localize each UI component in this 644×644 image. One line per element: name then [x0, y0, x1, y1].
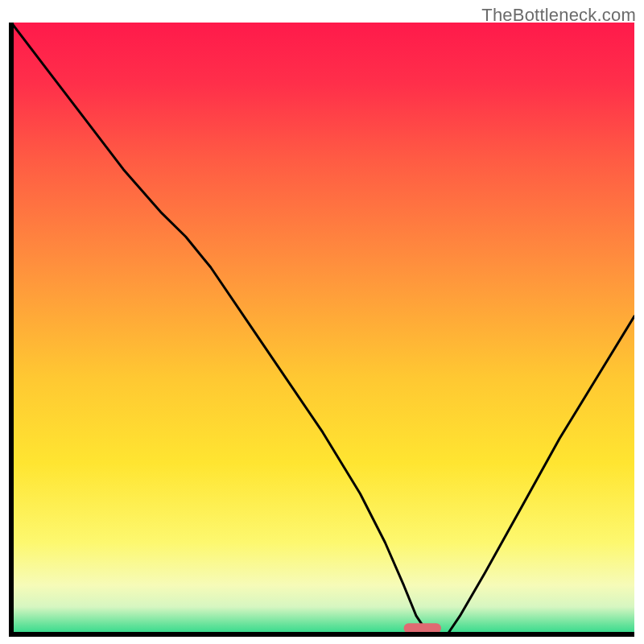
chart-container: TheBottleneck.com: [0, 0, 644, 644]
bottleneck-chart: [0, 0, 644, 644]
optimal-marker: [404, 623, 441, 633]
watermark-text: TheBottleneck.com: [481, 5, 636, 26]
plot-background: [11, 23, 634, 634]
